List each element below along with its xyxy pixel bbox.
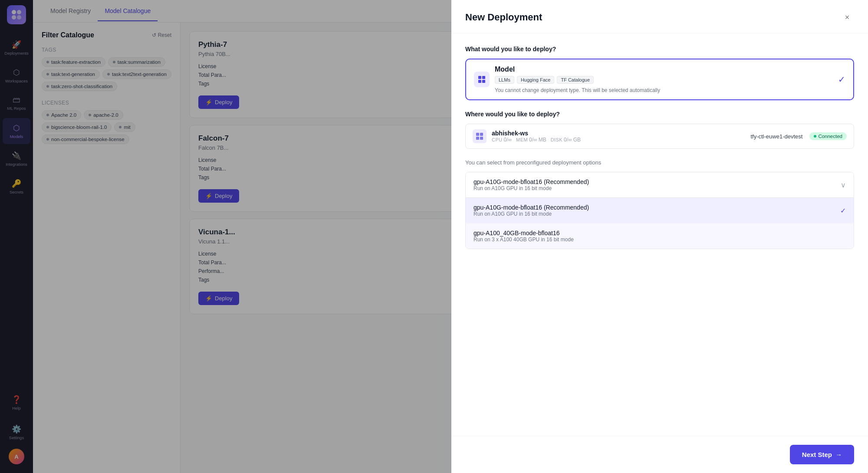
new-deployment-modal: New Deployment × What would you like to … (451, 0, 868, 473)
modal-header: New Deployment × (451, 0, 868, 33)
mem-value: 0/∞ (529, 137, 537, 143)
selected-option-sub: Run on A10G GPU in 16 bit mode (473, 185, 589, 191)
option-a100-title: gpu-A100_40GB-mode-bfloat16 (473, 230, 574, 236)
modal-body: What would you like to deploy? Model (451, 33, 868, 436)
connected-dot (814, 135, 816, 138)
svg-rect-5 (482, 76, 485, 79)
workspace-right: tfy-ctl-euwe1-devtest Connected (750, 132, 847, 140)
deploy-type-badges: LLMs Hugging Face TF Catalogue (495, 76, 660, 84)
option-check-icon: ✓ (840, 207, 846, 215)
modal-overlay: New Deployment × What would you like to … (0, 0, 868, 473)
option-a10g-text: gpu-A10G-mode-bfloat16 (Recommended) Run… (473, 204, 589, 217)
dropdown-option-a10g[interactable]: gpu-A10G-mode-bfloat16 (Recommended) Run… (466, 198, 854, 223)
modal-title: New Deployment (465, 12, 542, 23)
svg-rect-9 (480, 133, 483, 136)
option-a100-text: gpu-A100_40GB-mode-bfloat16 Run on 3 x A… (473, 230, 574, 243)
preconfig-label: You can select from preconfigured deploy… (465, 159, 854, 166)
selected-option-title: gpu-A10G-mode-bfloat16 (Recommended) (473, 178, 589, 185)
next-step-button[interactable]: Next Step → (790, 445, 854, 464)
modal-close-button[interactable]: × (840, 10, 854, 24)
svg-rect-6 (478, 80, 481, 83)
svg-rect-11 (480, 137, 483, 140)
type-check-icon: ✓ (838, 74, 845, 85)
deploy-type-icon (474, 72, 490, 87)
connected-badge: Connected (809, 132, 847, 140)
dropdown-option-a100[interactable]: gpu-A100_40GB-mode-bfloat16 Run on 3 x A… (466, 223, 854, 249)
workspace-meta: CPU 0/∞ MEM 0/∞ MB DISK 0/∞ (492, 137, 581, 143)
next-step-label: Next Step (802, 451, 832, 458)
svg-rect-8 (476, 133, 479, 136)
workspace-info: abhishek-ws CPU 0/∞ MEM 0/∞ MB (492, 130, 581, 143)
cpu-info: CPU 0/∞ (492, 137, 512, 143)
modal-footer: Next Step → (451, 436, 868, 473)
disk-info: DISK 0/∞ GB (551, 137, 581, 143)
option-a10g-sub: Run on A10G GPU in 16 bit mode (473, 211, 589, 217)
workspace-left: abhishek-ws CPU 0/∞ MEM 0/∞ MB (473, 129, 581, 143)
disk-unit: GB (573, 137, 581, 143)
badge-tf-catalogue: TF Catalogue (557, 76, 594, 84)
badge-llms: LLMs (495, 76, 514, 84)
svg-rect-10 (476, 137, 479, 140)
dropdown-list: gpu-A10G-mode-bfloat16 (Recommended) Run… (466, 197, 854, 249)
badge-hugging-face: Hugging Face (517, 76, 555, 84)
dropdown-selected-text: gpu-A10G-mode-bfloat16 (Recommended) Run… (473, 178, 589, 191)
deploy-type-left: Model LLMs Hugging Face TF Catalogue You… (474, 66, 660, 93)
deploy-type-notice: You cannot change deployment type. This … (495, 87, 660, 93)
option-a10g-title: gpu-A10G-mode-bfloat16 (Recommended) (473, 204, 589, 211)
dropdown-selected-row[interactable]: gpu-A10G-mode-bfloat16 (Recommended) Run… (466, 172, 854, 197)
mem-unit: MB (539, 137, 546, 143)
cluster-name: tfy-ctl-euwe1-devtest (750, 133, 802, 140)
connected-label: Connected (818, 134, 842, 139)
chevron-down-icon: ∨ (841, 181, 846, 189)
mem-info: MEM 0/∞ MB (516, 137, 546, 143)
workspace-icon (473, 129, 487, 143)
svg-rect-4 (478, 76, 481, 79)
what-question: What would you like to deploy? (465, 46, 854, 53)
deploy-type-info: Model LLMs Hugging Face TF Catalogue You… (495, 66, 660, 93)
workspace-name: abhishek-ws (492, 130, 581, 137)
deployment-options-dropdown: gpu-A10G-mode-bfloat16 (Recommended) Run… (465, 172, 854, 249)
workspace-selector[interactable]: abhishek-ws CPU 0/∞ MEM 0/∞ MB (465, 124, 854, 149)
where-question: Where would you like to deploy? (465, 111, 854, 118)
disk-label: DISK (551, 137, 562, 142)
mem-label: MEM (516, 137, 528, 142)
next-step-arrow-icon: → (835, 451, 842, 458)
svg-rect-7 (482, 80, 485, 83)
deploy-type-card: Model LLMs Hugging Face TF Catalogue You… (465, 59, 854, 100)
option-a100-sub: Run on 3 x A100 40GB GPU in 16 bit mode (473, 236, 574, 243)
cpu-label: CPU (492, 137, 503, 142)
cpu-value: 0/∞ (504, 137, 512, 143)
deploy-type-name: Model (495, 66, 660, 73)
disk-value: 0/∞ (564, 137, 572, 143)
